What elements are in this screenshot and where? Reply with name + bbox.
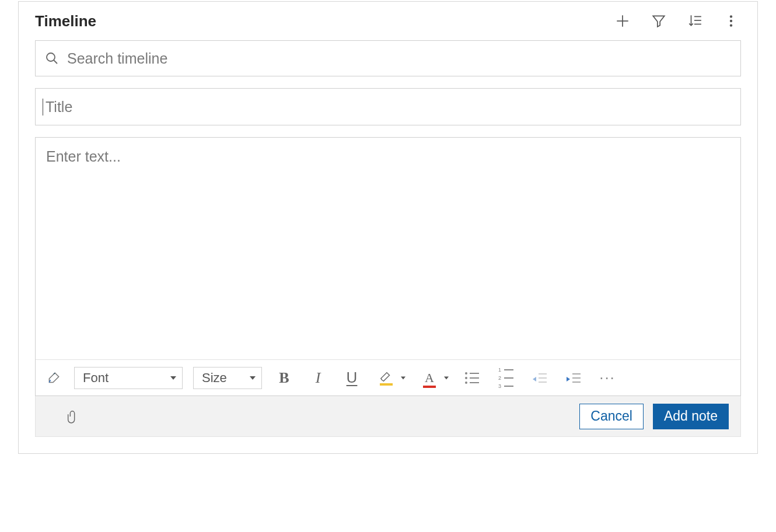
- indent-icon: [567, 372, 581, 384]
- search-input[interactable]: [67, 50, 731, 67]
- note-footer: Cancel Add note: [35, 396, 741, 437]
- font-size-dropdown[interactable]: Size: [193, 367, 262, 389]
- ellipsis-icon: ···: [599, 369, 616, 387]
- add-record-button[interactable]: [613, 11, 632, 31]
- font-family-dropdown[interactable]: Font: [74, 367, 183, 389]
- svg-point-8: [730, 24, 732, 26]
- note-body-box: Enter text... Font Size B I U: [35, 137, 741, 396]
- timeline-header-actions: [613, 11, 741, 31]
- attach-file-button[interactable]: [64, 405, 81, 428]
- timeline-panel: Timeline Enter text...: [18, 1, 758, 454]
- filter-button[interactable]: [649, 11, 669, 31]
- note-title-input[interactable]: [43, 99, 733, 116]
- highlighter-icon: [380, 372, 393, 384]
- bold-button[interactable]: B: [272, 366, 296, 390]
- svg-point-6: [730, 15, 732, 18]
- font-size-label: Size: [202, 370, 227, 386]
- format-painter-button[interactable]: [44, 368, 64, 388]
- search-box[interactable]: [35, 40, 741, 76]
- svg-point-9: [47, 53, 55, 61]
- note-title-box[interactable]: [35, 88, 741, 125]
- font-color-icon: A: [423, 370, 436, 386]
- svg-point-7: [730, 20, 732, 22]
- bullet-list-icon: [465, 372, 479, 384]
- underline-button[interactable]: U: [340, 366, 363, 390]
- underline-icon: U: [347, 369, 358, 387]
- highlight-color-button[interactable]: [374, 366, 407, 390]
- chevron-down-icon: [250, 376, 256, 380]
- increase-indent-button[interactable]: [562, 366, 585, 390]
- outdent-icon: [533, 372, 547, 384]
- font-family-label: Font: [83, 370, 109, 386]
- font-color-button[interactable]: A: [417, 366, 450, 390]
- chevron-down-icon: [444, 376, 449, 379]
- numbered-list-button[interactable]: 1 2 3: [494, 366, 518, 390]
- timeline-title: Timeline: [35, 12, 613, 30]
- chevron-down-icon: [401, 376, 406, 379]
- kebab-icon: [723, 13, 739, 29]
- timeline-header: Timeline: [19, 2, 757, 36]
- numbered-list-icon: 1 2 3: [498, 367, 513, 389]
- note-body-input[interactable]: Enter text...: [36, 138, 740, 359]
- svg-line-10: [54, 60, 57, 64]
- bullet-list-button[interactable]: [460, 366, 484, 390]
- bold-icon: B: [279, 369, 289, 387]
- sort-button[interactable]: [685, 11, 705, 31]
- decrease-indent-button[interactable]: [528, 366, 551, 390]
- sort-icon: [687, 13, 702, 29]
- rich-text-toolbar: Font Size B I U A: [36, 359, 740, 396]
- cancel-button[interactable]: Cancel: [579, 404, 644, 429]
- more-formatting-button[interactable]: ···: [596, 366, 619, 390]
- paintbrush-icon: [46, 370, 61, 386]
- italic-icon: I: [316, 369, 321, 387]
- funnel-icon: [651, 13, 666, 29]
- plus-icon: [615, 13, 630, 29]
- add-note-button[interactable]: Add note: [653, 404, 729, 429]
- paperclip-icon: [66, 408, 79, 425]
- chevron-down-icon: [170, 376, 176, 380]
- italic-button[interactable]: I: [306, 366, 330, 390]
- more-commands-button[interactable]: [721, 11, 741, 31]
- search-icon: [45, 51, 59, 65]
